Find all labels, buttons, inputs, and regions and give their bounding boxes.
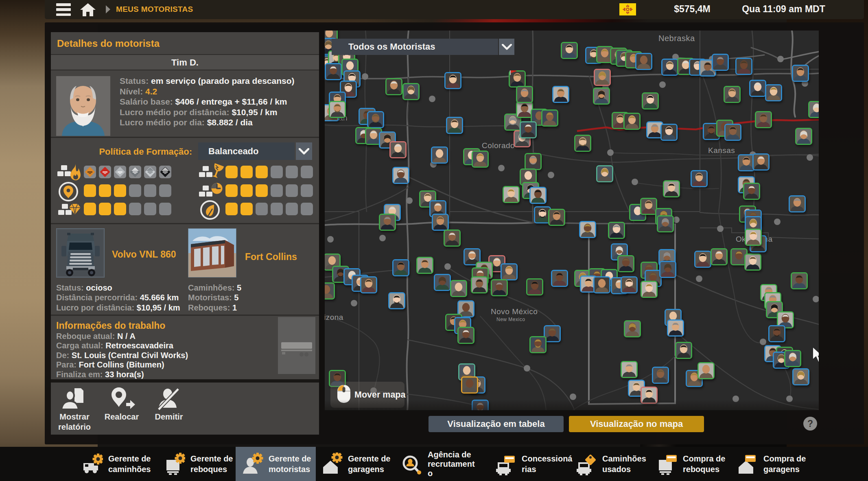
driver-marker[interactable]: [617, 255, 634, 272]
driver-marker[interactable]: [808, 101, 819, 118]
driver-marker[interactable]: [388, 292, 405, 309]
driver-marker[interactable]: [392, 167, 409, 184]
nav-truck-gear[interactable]: Gerente decaminhões: [75, 447, 151, 481]
nav-buy-trailer[interactable]: Compra dereboques: [650, 447, 725, 481]
driver-marker[interactable]: [749, 80, 766, 97]
driver-marker[interactable]: [743, 183, 760, 200]
table-view-button[interactable]: Visualização em tabela: [429, 416, 564, 432]
nav-garage-gear[interactable]: Gerente degaragens: [315, 447, 390, 481]
driver-marker[interactable]: [472, 151, 489, 168]
driver-marker[interactable]: [551, 270, 568, 287]
garage-thumbnail[interactable]: [188, 228, 236, 278]
truck-thumbnail[interactable]: [56, 228, 105, 278]
driver-marker[interactable]: [621, 361, 638, 378]
map-view-button[interactable]: Visualização no mapa: [569, 416, 704, 432]
nav-used-trucks[interactable]: Caminhõesusados: [569, 447, 646, 481]
driver-marker[interactable]: [574, 135, 591, 152]
report-button[interactable]: Mostrarrelatório: [51, 383, 98, 435]
driver-marker[interactable]: [446, 117, 463, 134]
driver-marker[interactable]: [792, 65, 809, 82]
driver-marker[interactable]: [635, 53, 652, 70]
driver-marker[interactable]: [663, 180, 680, 197]
driver-marker[interactable]: [795, 128, 812, 145]
driver-marker[interactable]: [434, 274, 451, 291]
driver-marker[interactable]: [579, 221, 596, 238]
driver-marker[interactable]: [367, 111, 384, 128]
training-policy-select[interactable]: Balanceado: [198, 142, 295, 160]
driver-marker[interactable]: [444, 230, 461, 247]
driver-marker[interactable]: [608, 222, 625, 239]
driver-marker[interactable]: [593, 87, 610, 105]
driver-marker[interactable]: [744, 254, 761, 271]
driver-marker[interactable]: [520, 121, 537, 138]
driver-marker[interactable]: [385, 78, 402, 95]
help-button[interactable]: ?: [803, 417, 817, 431]
driver-marker[interactable]: [594, 69, 611, 86]
driver-marker[interactable]: [325, 63, 342, 80]
driver-marker[interactable]: [667, 319, 684, 337]
driver-marker[interactable]: [735, 58, 752, 75]
driver-marker[interactable]: [509, 70, 526, 87]
driver-marker[interactable]: [491, 279, 508, 296]
driver-marker[interactable]: [642, 92, 659, 109]
driver-marker[interactable]: [711, 248, 728, 265]
driver-marker[interactable]: [660, 124, 678, 141]
driver-marker[interactable]: [659, 261, 676, 278]
driver-marker[interactable]: [661, 59, 678, 76]
driver-marker[interactable]: [641, 387, 658, 404]
driver-marker[interactable]: [694, 251, 711, 268]
home-icon[interactable]: [80, 3, 96, 18]
driver-marker[interactable]: [792, 368, 809, 385]
driver-marker[interactable]: [657, 215, 674, 232]
driver-marker[interactable]: [461, 376, 478, 394]
driver-marker[interactable]: [724, 86, 741, 103]
driver-marker[interactable]: [526, 278, 543, 295]
driver-marker[interactable]: [431, 146, 448, 164]
driver-marker[interactable]: [389, 141, 407, 158]
driver-marker[interactable]: [765, 84, 782, 101]
driver-marker[interactable]: [379, 214, 396, 231]
nav-buy-garage[interactable]: Compra degaragens: [730, 447, 806, 481]
driver-marker[interactable]: [724, 124, 741, 141]
driver-marker[interactable]: [360, 276, 377, 293]
driver-marker[interactable]: [501, 263, 518, 280]
driver-marker[interactable]: [768, 325, 785, 342]
driver-marker[interactable]: [392, 259, 409, 276]
driver-marker[interactable]: [444, 72, 461, 89]
driver-marker[interactable]: [640, 198, 657, 215]
driver-marker[interactable]: [697, 362, 715, 379]
map-filter-select[interactable]: Todos os Motoristas: [332, 39, 498, 55]
driver-marker[interactable]: [596, 165, 613, 182]
driver-marker[interactable]: [745, 229, 762, 246]
driver-marker[interactable]: [471, 276, 488, 293]
driver-marker[interactable]: [712, 54, 729, 71]
nav-driver-gear[interactable]: Gerente demotoristas: [236, 447, 316, 481]
driver-marker[interactable]: [472, 400, 489, 410]
map-filter-chevron-button[interactable]: [499, 39, 514, 55]
driver-marker[interactable]: [675, 342, 692, 359]
driver-marker[interactable]: [402, 83, 420, 100]
driver-marker[interactable]: [784, 350, 801, 367]
relocate-button[interactable]: Realocar: [98, 383, 145, 435]
driver-marker[interactable]: [450, 280, 467, 297]
training-policy-chevron-button[interactable]: [296, 142, 312, 160]
driver-marker[interactable]: [752, 153, 770, 171]
driver-marker[interactable]: [561, 42, 578, 59]
driver-marker[interactable]: [329, 101, 346, 118]
menu-icon[interactable]: [56, 3, 71, 16]
drivers-map[interactable]: NebraskaColoradoKansasOklahomaNovo Méxic…: [325, 31, 819, 410]
driver-marker[interactable]: [593, 276, 610, 293]
driver-marker[interactable]: [624, 320, 641, 337]
driver-marker[interactable]: [552, 86, 569, 103]
driver-marker[interactable]: [432, 214, 449, 231]
driver-marker[interactable]: [541, 109, 558, 127]
driver-marker[interactable]: [416, 257, 433, 274]
driver-marker[interactable]: [529, 187, 547, 204]
nav-trailer-gear[interactable]: Gerente dereboques: [157, 447, 233, 481]
driver-marker[interactable]: [457, 327, 474, 344]
driver-marker[interactable]: [525, 153, 542, 170]
driver-marker[interactable]: [791, 272, 808, 289]
nav-recruit[interactable]: Agência derecrutamento: [395, 447, 475, 481]
driver-marker[interactable]: [621, 276, 638, 293]
dismiss-button[interactable]: Demitir: [145, 383, 192, 435]
